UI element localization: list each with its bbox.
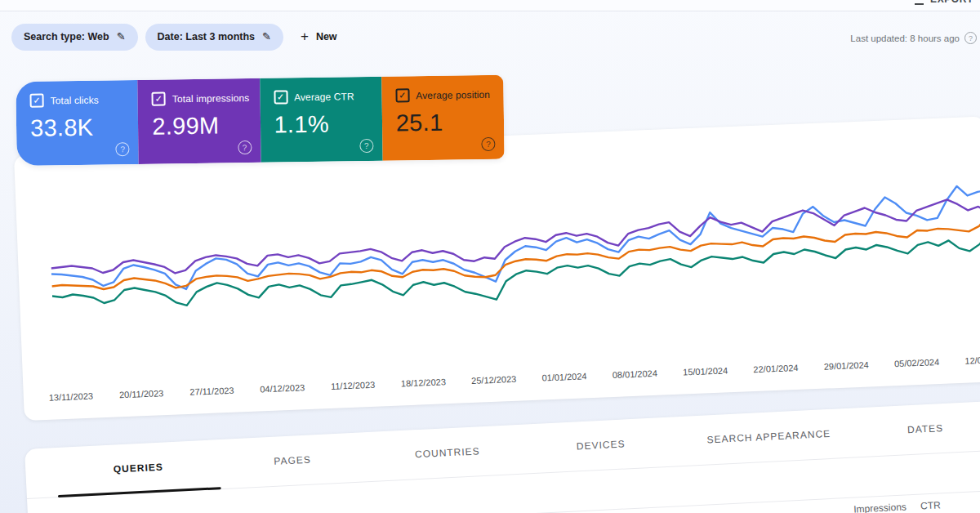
- tab-countries[interactable]: COUNTRIES: [368, 425, 526, 481]
- metric-label: Total clicks: [51, 94, 99, 106]
- x-axis-label: 05/02/2024: [894, 357, 939, 368]
- column-header-ctr[interactable]: CTR: [920, 499, 941, 511]
- pencil-icon: ✎: [117, 30, 126, 42]
- new-filter-button[interactable]: + New: [291, 24, 347, 51]
- last-updated-text: Last updated: 8 hours ago: [850, 33, 960, 43]
- help-icon[interactable]: ?: [964, 32, 977, 44]
- checked-checkbox-icon[interactable]: ✓: [274, 90, 287, 104]
- tab-dates[interactable]: DATES: [847, 400, 980, 457]
- search-type-chip-label: Search type: Web: [24, 31, 109, 42]
- metric-card-header: ✓ Total clicks: [29, 92, 137, 108]
- average-ctr-line: [51, 232, 980, 317]
- x-axis-label: 04/12/2023: [260, 382, 305, 394]
- metric-cards-row: ✓ Total clicks 33.8K ? ✓ Total impressio…: [16, 75, 504, 166]
- date-range-chip[interactable]: Date: Last 3 months ✎: [145, 24, 283, 51]
- export-label: EXPORT: [930, 0, 973, 5]
- download-icon: [914, 0, 924, 5]
- help-icon[interactable]: ?: [238, 141, 252, 154]
- x-axis-label: 20/11/2023: [119, 388, 164, 399]
- metric-card-header: ✓ Average position: [395, 87, 503, 103]
- metric-label: Total impressions: [172, 92, 250, 105]
- metric-value: 1.1%: [274, 110, 382, 139]
- performance-line-chart[interactable]: [48, 158, 980, 392]
- x-axis-label: 18/12/2023: [401, 377, 446, 388]
- pencil-icon: ✎: [262, 30, 271, 42]
- export-button[interactable]: EXPORT: [909, 0, 978, 7]
- tab-search-appearance[interactable]: SEARCH APPEARANCE: [690, 408, 848, 465]
- tab-devices[interactable]: DEVICES: [522, 417, 679, 473]
- x-axis-label: 12/02/2024: [964, 355, 980, 366]
- metric-card-header: ✓ Total impressions: [152, 91, 260, 106]
- last-updated-status: Last updated: 8 hours ago ?: [850, 32, 969, 44]
- tab-pages[interactable]: PAGES: [214, 432, 372, 488]
- top-app-strip: EXPORT: [0, 0, 980, 11]
- checked-checkbox-icon[interactable]: ✓: [395, 88, 409, 102]
- metric-label: Average CTR: [294, 91, 354, 103]
- search-console-performance-page: { "topbar": { "export_label": "EXPORT", …: [0, 0, 980, 513]
- metric-value: 33.8K: [30, 114, 139, 142]
- metric-card-average-position[interactable]: ✓ Average position 25.1 ?: [381, 75, 505, 161]
- date-range-chip-label: Date: Last 3 months: [158, 31, 255, 42]
- filter-bar: Search type: Web ✎ Date: Last 3 months ✎…: [0, 11, 980, 62]
- metric-card-total-impressions[interactable]: ✓ Total impressions 2.99M ?: [138, 78, 261, 164]
- x-axis-label: 25/12/2023: [471, 374, 516, 386]
- metric-card-total-clicks[interactable]: ✓ Total clicks 33.8K ?: [16, 80, 139, 166]
- x-axis-label: 27/11/2023: [189, 386, 234, 397]
- x-axis-label: 13/11/2023: [49, 391, 94, 403]
- x-axis-label: 15/01/2024: [683, 365, 728, 377]
- column-header-impressions[interactable]: Impressions: [853, 501, 906, 513]
- x-axis-label: 22/01/2024: [753, 363, 798, 374]
- plus-icon: +: [301, 29, 309, 43]
- metric-value: 25.1: [396, 109, 505, 137]
- new-filter-label: New: [316, 31, 337, 42]
- metric-value: 2.99M: [152, 112, 261, 141]
- checked-checkbox-icon[interactable]: ✓: [152, 91, 166, 105]
- metric-card-average-ctr[interactable]: ✓ Average CTR 1.1% ?: [260, 77, 383, 163]
- x-axis-label: 11/12/2023: [331, 380, 376, 391]
- help-icon[interactable]: ?: [359, 139, 373, 153]
- dimension-tabs-card: QUERIESPAGESCOUNTRIESDEVICESSEARCH APPEA…: [24, 401, 980, 513]
- x-axis-label: 01/01/2024: [541, 371, 586, 382]
- metric-label: Average position: [416, 88, 490, 100]
- help-icon[interactable]: ?: [481, 137, 495, 151]
- help-icon[interactable]: ?: [116, 142, 130, 156]
- metric-card-header: ✓ Average CTR: [274, 89, 381, 105]
- x-axis-label: 29/01/2024: [824, 359, 869, 371]
- search-type-chip[interactable]: Search type: Web ✎: [11, 24, 138, 51]
- checked-checkbox-icon[interactable]: ✓: [29, 94, 43, 108]
- x-axis-label: 08/01/2024: [612, 368, 657, 380]
